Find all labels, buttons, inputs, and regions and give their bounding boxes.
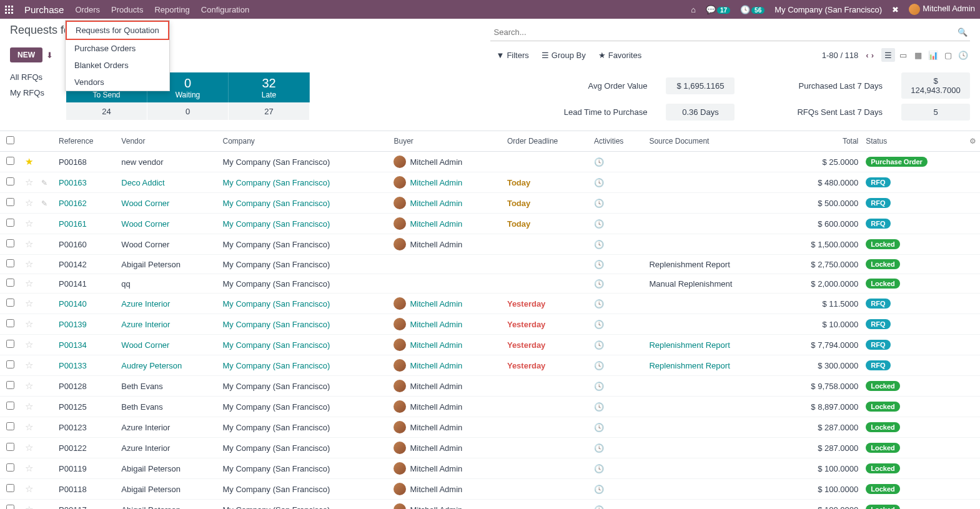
messages-icon[interactable]: 💬17	[706, 5, 730, 14]
reference-link[interactable]: P00119	[59, 464, 87, 473]
col-activities[interactable]: Activities	[590, 131, 645, 152]
buyer-link[interactable]: Mitchell Admin	[410, 157, 462, 167]
favorite-star-icon[interactable]: ☆	[25, 380, 33, 391]
buyer-link[interactable]: Mitchell Admin	[410, 340, 462, 350]
activity-clock-icon[interactable]: 🕓	[594, 505, 604, 510]
activity-clock-icon[interactable]: 🕓	[594, 279, 604, 289]
reference-link[interactable]: P00134	[59, 340, 87, 350]
table-row[interactable]: ☆P00122Azure InteriorMy Company (San Fra…	[0, 438, 980, 458]
favorite-star-icon[interactable]: ☆	[25, 239, 33, 249]
company-link[interactable]: My Company (San Francisco)	[222, 382, 330, 391]
shortcut-icon[interactable]: ⌂	[691, 5, 696, 14]
buyer-link[interactable]: Mitchell Admin	[410, 361, 462, 370]
reference-link[interactable]: P00160	[59, 240, 87, 249]
table-row[interactable]: ☆✎P00163Deco AddictMy Company (San Franc…	[0, 172, 980, 193]
stat-waiting-my[interactable]: 0	[147, 102, 229, 120]
vendor-link[interactable]: Azure Interior	[121, 443, 170, 453]
reference-link[interactable]: P00168	[59, 157, 87, 167]
row-checkbox[interactable]	[6, 360, 14, 368]
activity-clock-icon[interactable]: 🕓	[594, 464, 604, 473]
favorite-star-icon[interactable]: ☆	[25, 422, 33, 432]
activity-clock-icon[interactable]: 🕓	[594, 340, 604, 350]
table-row[interactable]: ☆P00141qqMy Company (San Francisco)🕓Manu…	[0, 274, 980, 294]
vendor-link[interactable]: new vendor	[121, 157, 163, 167]
stat-late-my[interactable]: 27	[229, 102, 310, 120]
vendor-link[interactable]: Beth Evans	[121, 382, 163, 391]
company-link[interactable]: My Company (San Francisco)	[222, 340, 330, 350]
col-deadline[interactable]: Order Deadline	[503, 131, 590, 152]
buyer-link[interactable]: Mitchell Admin	[410, 485, 462, 494]
col-vendor[interactable]: Vendor	[117, 131, 219, 152]
company-link[interactable]: My Company (San Francisco)	[222, 219, 330, 229]
vendor-link[interactable]: Abigail Peterson	[121, 260, 181, 269]
row-checkbox[interactable]	[6, 381, 14, 389]
table-row[interactable]: ☆P00117Abigail PetersonMy Company (San F…	[0, 500, 980, 510]
groupby-button[interactable]: ☰Group By	[542, 51, 586, 60]
activity-clock-icon[interactable]: 🕓	[594, 178, 604, 187]
company-link[interactable]: My Company (San Francisco)	[222, 320, 330, 329]
activity-clock-icon[interactable]: 🕓	[594, 443, 604, 453]
col-total[interactable]: Total	[780, 131, 862, 152]
row-checkbox[interactable]	[6, 319, 14, 327]
reference-link[interactable]: P00133	[59, 361, 87, 370]
vendor-link[interactable]: Abigail Peterson	[121, 505, 181, 510]
col-source[interactable]: Source Document	[645, 131, 780, 152]
select-all-checkbox[interactable]	[6, 136, 14, 144]
reference-link[interactable]: P00139	[59, 320, 87, 329]
company-link[interactable]: My Company (San Francisco)	[222, 299, 330, 309]
row-checkbox[interactable]	[6, 177, 14, 185]
dropdown-item-blanket[interactable]: Blanket Orders	[66, 57, 169, 74]
row-checkbox[interactable]	[6, 198, 14, 206]
favorite-star-icon[interactable]: ☆	[25, 463, 33, 473]
vendor-link[interactable]: Audrey Peterson	[121, 361, 182, 370]
reference-link[interactable]: P00118	[59, 485, 87, 494]
table-row[interactable]: ☆P00133Audrey PetersonMy Company (San Fr…	[0, 355, 980, 376]
table-row[interactable]: ☆P00139Azure InteriorMy Company (San Fra…	[0, 314, 980, 335]
row-checkbox[interactable]	[6, 422, 14, 430]
column-settings-icon[interactable]: ⚙	[969, 137, 976, 146]
view-calendar-icon[interactable]: ▢	[941, 48, 955, 62]
table-row[interactable]: ☆P00123Azure InteriorMy Company (San Fra…	[0, 417, 980, 438]
row-checkbox[interactable]	[6, 279, 14, 287]
favorites-button[interactable]: ★Favorites	[598, 51, 641, 60]
row-checkbox[interactable]	[6, 259, 14, 267]
favorite-star-icon[interactable]: ☆	[25, 259, 33, 269]
table-row[interactable]: ☆P00128Beth EvansMy Company (San Francis…	[0, 376, 980, 397]
activity-clock-icon[interactable]: 🕓	[594, 219, 604, 229]
filters-button[interactable]: ▼Filters	[497, 51, 529, 60]
reference-link[interactable]: P00140	[59, 299, 87, 309]
activity-clock-icon[interactable]: 🕓	[594, 157, 604, 167]
reference-link[interactable]: P00117	[59, 505, 87, 510]
download-icon[interactable]: ⬇	[46, 51, 53, 60]
favorite-star-icon[interactable]: ☆	[25, 442, 33, 453]
activity-clock-icon[interactable]: 🕓	[594, 199, 604, 208]
menu-reporting[interactable]: Reporting	[154, 5, 189, 14]
view-activity-icon[interactable]: 🕓	[956, 48, 970, 62]
table-row[interactable]: ☆P00125Beth EvansMy Company (San Francis…	[0, 397, 980, 417]
table-row[interactable]: ☆P00119Abigail PetersonMy Company (San F…	[0, 458, 980, 479]
activity-clock-icon[interactable]: 🕓	[594, 423, 604, 432]
buyer-link[interactable]: Mitchell Admin	[410, 505, 462, 510]
menu-products[interactable]: Products	[111, 5, 143, 14]
buyer-link[interactable]: Mitchell Admin	[410, 464, 462, 473]
dropdown-item-vendors[interactable]: Vendors	[66, 74, 169, 91]
tab-my-rfqs[interactable]: My RFQs	[10, 88, 60, 97]
vendor-link[interactable]: Abigail Peterson	[121, 485, 181, 494]
favorite-star-icon[interactable]: ☆	[25, 401, 33, 412]
buyer-link[interactable]: Mitchell Admin	[410, 320, 462, 329]
company-link[interactable]: My Company (San Francisco)	[222, 178, 330, 187]
favorite-star-icon[interactable]: ☆	[25, 339, 33, 350]
company-link[interactable]: My Company (San Francisco)	[222, 157, 330, 167]
reference-link[interactable]: P00125	[59, 402, 87, 412]
reference-link[interactable]: P00122	[59, 443, 87, 453]
pager-range[interactable]: 1-80 / 118	[822, 51, 859, 60]
activities-icon[interactable]: 🕓56	[740, 5, 765, 14]
buyer-link[interactable]: Mitchell Admin	[410, 382, 462, 391]
table-row[interactable]: ☆P00142Abigail PetersonMy Company (San F…	[0, 255, 980, 274]
view-list-icon[interactable]: ☰	[881, 48, 895, 62]
vendor-link[interactable]: Wood Corner	[121, 219, 169, 229]
vendor-link[interactable]: Wood Corner	[121, 240, 169, 249]
search-icon[interactable]: 🔍	[958, 27, 968, 37]
table-row[interactable]: ☆P00160Wood CornerMy Company (San Franci…	[0, 234, 980, 255]
reference-link[interactable]: P00162	[59, 199, 87, 208]
